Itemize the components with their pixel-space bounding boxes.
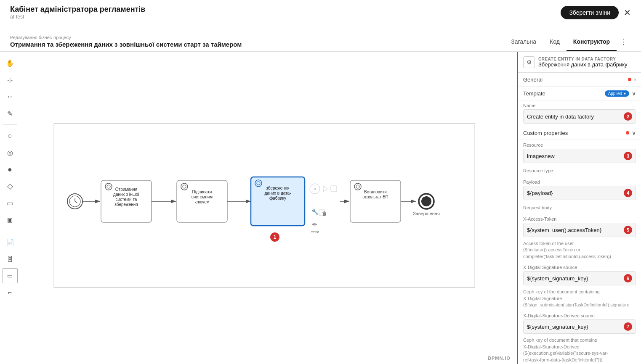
resource-field[interactable]: imagesnew 3 <box>523 149 636 163</box>
create-gateway-button[interactable]: ◇ <box>3 179 18 194</box>
app-subtitle: at-test <box>10 14 145 20</box>
svg-text:фабрику: фабрику <box>269 196 286 200</box>
x-digital-sig-derived-hint: Ceph key of document that containsX-Digi… <box>518 336 641 364</box>
context-icon-diamond[interactable] <box>323 186 327 192</box>
svg-text:Підписати: Підписати <box>192 190 212 194</box>
svg-text:Завершення: Завершення <box>413 211 440 216</box>
x-digital-sig-badge: 6 <box>624 274 632 282</box>
svg-point-32 <box>421 196 431 206</box>
x-access-token-field[interactable]: ${system_user().accessToken} 5 <box>523 223 636 237</box>
custom-props-chevron[interactable]: ∨ <box>632 129 636 136</box>
template-label: Template <box>523 90 545 97</box>
applied-badge[interactable]: Applied ▾ <box>605 90 629 97</box>
x-digital-sig-derived-badge: 7 <box>624 322 632 331</box>
template-section-row: Template Applied ▾ ∨ <box>518 87 641 100</box>
general-controls: › <box>628 76 636 83</box>
panel-header-icon: ⚙ <box>523 56 535 68</box>
request-body-label: Request body <box>523 205 636 210</box>
x-access-token-value: ${system_user().accessToken} <box>527 227 601 233</box>
breadcrumb: Редагування бізнес-процесу <box>10 35 242 40</box>
svg-text:системи та: системи та <box>116 197 137 202</box>
custom-props-controls: ∨ <box>626 129 636 136</box>
svg-text:1: 1 <box>274 234 277 240</box>
lasso-tool-button[interactable]: ✎ <box>3 106 18 121</box>
panel-header: ⚙ CREATE ENTITY IN DATA FACTORY Збережен… <box>518 52 641 73</box>
x-digital-sig-value: ${system_signature_key} <box>527 275 588 282</box>
tab-constructor[interactable]: Конструктор <box>567 33 617 51</box>
custom-props-dot <box>626 131 629 135</box>
page-title: Отримання та збереження даних з зовнішнь… <box>10 41 242 48</box>
tab-general[interactable]: Загальна <box>504 33 543 51</box>
x-digital-sig-derived-field[interactable]: ${system_signature_key} 7 <box>523 319 636 334</box>
payload-field[interactable]: ${payload} 4 <box>523 186 636 200</box>
resource-label: Resource <box>523 142 636 148</box>
create-group-button[interactable]: ▭ <box>3 268 18 283</box>
svg-text:збереження: збереження <box>266 186 289 190</box>
payload-label: Payload <box>523 179 636 185</box>
svg-text:системним: системним <box>192 195 213 199</box>
svg-text:Встановити: Встановити <box>364 190 387 194</box>
create-data-store-button[interactable]: 🗄 <box>3 251 18 266</box>
context-icon-rect[interactable] <box>331 186 337 192</box>
name-value: Create entity in data factory <box>527 113 594 120</box>
create-task-button[interactable]: ▭ <box>3 195 18 211</box>
task-label-1: Отримання <box>115 187 137 192</box>
create-data-object-button[interactable]: 📄 <box>3 235 18 250</box>
general-chevron[interactable]: › <box>634 76 636 83</box>
resource-badge: 3 <box>624 152 632 160</box>
x-digital-sig-field[interactable]: ${system_signature_key} 6 <box>523 271 636 285</box>
bpmn-canvas[interactable]: Отримання даних з іншої системи та збере… <box>20 52 517 364</box>
svg-text:ключем: ключем <box>194 200 209 204</box>
resource-value: imagesnew <box>527 153 555 159</box>
create-end-event-button[interactable]: ● <box>3 162 18 177</box>
task-node-4[interactable] <box>350 180 401 222</box>
template-chevron[interactable]: ∨ <box>632 90 636 97</box>
task-node-3-selected[interactable] <box>251 177 305 226</box>
x-digital-sig-derived-value: ${system_signature_key} <box>527 324 588 330</box>
payload-badge: 4 <box>624 189 632 197</box>
applied-chevron: ▾ <box>624 91 626 96</box>
svg-text:✏: ✏ <box>312 221 317 228</box>
x-digital-sig-derived-label: X-Digital-Signature-Derived source <box>523 313 636 318</box>
x-digital-sig-derived-field-group: X-Digital-Signature-Derived source ${sys… <box>518 311 641 336</box>
subheader-left: Редагування бізнес-процесу Отримання та … <box>10 35 242 51</box>
x-access-token-label: X-Access-Token <box>523 216 636 222</box>
request-body-group: Request body <box>518 203 641 214</box>
custom-props-section-row: Custom properties ∨ <box>518 126 641 140</box>
header-title-group: Кабінет адміністратора регламентів at-te… <box>10 5 145 20</box>
left-toolbar: ✋ ⊹ ↔ ✎ ○ ◎ ● ◇ ▭ ▣ 📄 🗄 ▭ ⌐ <box>0 52 20 364</box>
main-area: ✋ ⊹ ↔ ✎ ○ ◎ ● ◇ ▭ ▣ 📄 🗄 ▭ ⌐ <box>0 52 641 364</box>
name-field[interactable]: Create entity in data factory 2 <box>523 109 636 124</box>
x-access-token-badge: 5 <box>624 226 632 234</box>
custom-props-label: Custom properties <box>523 130 568 136</box>
create-subprocess-button[interactable]: ▣ <box>3 212 18 227</box>
general-section-row: General › <box>518 73 641 87</box>
bpmn-diagram: Отримання даних з іншої системи та збере… <box>20 52 517 364</box>
select-tool-button[interactable]: ⊹ <box>3 72 18 87</box>
svg-text:🔧: 🔧 <box>311 208 319 216</box>
close-button[interactable]: ✕ <box>624 8 631 18</box>
save-button[interactable]: Зберегти зміни <box>561 6 619 19</box>
name-label: Name <box>523 103 636 108</box>
svg-text:🗑[interactable]: 🗑 <box>322 211 327 216</box>
bpmn-watermark: BPMN.IO <box>488 356 511 361</box>
applied-text: Applied <box>608 91 622 96</box>
tab-code[interactable]: Код <box>543 33 567 51</box>
name-badge: 2 <box>624 112 632 121</box>
toolbar-divider-1 <box>3 124 17 125</box>
svg-text:результат БП: результат БП <box>362 195 388 199</box>
create-annotation-button[interactable]: ⌐ <box>3 285 18 300</box>
svg-text:○: ○ <box>314 186 317 191</box>
tab-more-button[interactable]: ⋮ <box>617 32 631 51</box>
space-tool-button[interactable]: ↔ <box>3 89 18 104</box>
svg-text:даних в дата-: даних в дата- <box>265 191 291 195</box>
panel-node-name: Збереження даних в дата-фабрику <box>538 61 628 68</box>
create-start-event-button[interactable]: ○ <box>3 128 18 143</box>
create-intermediate-event-button[interactable]: ◎ <box>3 145 18 160</box>
app-header: Кабінет адміністратора регламентів at-te… <box>0 0 641 25</box>
svg-text:збереження: збереження <box>114 202 138 207</box>
hand-tool-button[interactable]: ✋ <box>3 55 18 71</box>
general-dot <box>628 78 631 81</box>
x-access-token-field-group: X-Access-Token ${system_user().accessTok… <box>518 214 641 240</box>
tab-bar: Загальна Код Конструктор ⋮ <box>504 32 631 51</box>
